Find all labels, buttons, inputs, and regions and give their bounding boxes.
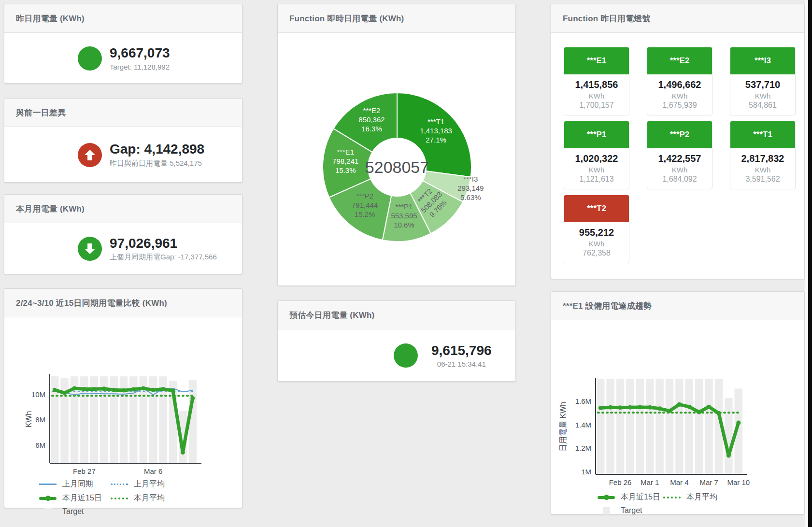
panel-15day-compare-chart: 2/24~3/10 近15日同期用電量比較 (KWh) 6M8M10MFeb 2… — [4, 288, 242, 508]
tile-status-header: ***E1 — [564, 47, 629, 74]
series-point — [62, 391, 67, 395]
legend-line-swatch — [39, 484, 57, 485]
target-bar — [685, 379, 693, 474]
panel-estimate-today: 預估今日用電量 (KWh) 9,615,796 06-21 15:34:41 — [277, 300, 516, 382]
panel-header: ***E1 設備用電達成趨勢 — [551, 292, 804, 320]
series-point — [102, 386, 106, 391]
target-bar — [626, 379, 634, 474]
legend-item[interactable]: 本月近15日 — [598, 492, 655, 502]
tile-target-value: 584,861 — [730, 101, 795, 110]
legend-target-swatch — [603, 507, 610, 514]
legend-item[interactable]: Target — [598, 506, 655, 515]
panel-e1-trend-chart: ***E1 設備用電達成趨勢 1M1.2M1.4M1.6MFeb 26Mar 1… — [551, 291, 805, 514]
series-point — [181, 450, 185, 455]
status-circle-red — [78, 143, 102, 167]
stat-row: Gap: 4,142,898 昨日與前日用電量 5,524,175 — [4, 127, 242, 183]
tile-value: 1,020,322 — [564, 153, 629, 164]
legend-item[interactable]: Target — [39, 507, 103, 516]
legend-line-swatch — [598, 496, 615, 499]
window-edge — [805, 0, 808, 527]
legend-label: 本月平均 — [134, 493, 165, 503]
legend-item[interactable]: 本月平均 — [663, 492, 721, 502]
series-point — [82, 387, 86, 391]
target-bar — [606, 379, 614, 474]
x-tick-label: Mar 4 — [670, 478, 688, 486]
legend-item[interactable]: 本月近15日 — [39, 493, 103, 503]
target-bar — [725, 398, 732, 474]
tile-target-value: 1,121,613 — [564, 175, 629, 184]
panel-title[interactable]: ***E1 設備用電達成趨勢 — [563, 300, 652, 312]
tile-target-value: 1,675,939 — [647, 101, 712, 110]
stat-subtitle: Target: 11,128,992 — [110, 63, 170, 71]
series-point — [736, 420, 741, 425]
legend-item[interactable]: 上月同期 — [39, 479, 103, 489]
panel-header: 本月用電量 (KWh) — [4, 195, 242, 223]
series-point — [112, 388, 116, 392]
panel-title[interactable]: 本月用電量 (KWh) — [16, 203, 85, 214]
panel-realtime-donut: Function 即時日用電量 (KWh) ***T11,413,18327.1… — [277, 4, 516, 286]
tile-value: 955,212 — [564, 227, 629, 238]
series-point — [707, 405, 711, 409]
x-tick-label: Feb 26 — [609, 478, 632, 486]
series-point — [161, 387, 165, 391]
legend-label: 上月平均 — [134, 479, 165, 489]
stat-row: 9,615,796 06-21 15:34:41 — [278, 329, 515, 382]
chart-legend: 本月近15日本月平均Target — [598, 492, 804, 515]
panel-header: Function 即時日用電量 (KWh) — [278, 4, 515, 33]
target-bar — [666, 379, 673, 474]
light-tile-T2: ***T2955,212KWh762,358 — [564, 195, 629, 263]
legend-line-swatch — [39, 497, 57, 500]
panel-title[interactable]: 與前一日差異 — [16, 107, 66, 118]
chart-legend: 上月同期上月平均本月近15日本月平均Target — [39, 479, 242, 516]
series-point — [628, 405, 632, 410]
panel-yesterday-lights: Function 昨日用電燈號 ***E11,415,856KWh1,700,1… — [551, 4, 805, 279]
series-point — [190, 396, 195, 400]
x-tick-label: Feb 27 — [73, 467, 96, 475]
y-axis-title: KWh — [25, 411, 33, 428]
y-tick-label: 1.6M — [575, 397, 591, 405]
trend-line-chart: 1M1.2M1.4M1.6MFeb 26Mar 1Mar 4Mar 7Mar 1… — [551, 320, 798, 490]
series-point — [727, 454, 731, 458]
series-point — [717, 411, 721, 415]
compare-line-chart: 6M8M10MFeb 27Mar 6KWh — [4, 317, 235, 477]
legend-label: 本月近15日 — [62, 493, 102, 503]
series-point — [608, 405, 613, 410]
panel-title[interactable]: 2/24~3/10 近15日同期用電量比較 (KWh) — [16, 298, 167, 309]
x-tick-label: Mar 1 — [641, 478, 659, 486]
legend-line-swatch — [663, 497, 681, 499]
tile-status-header: ***I3 — [730, 47, 795, 74]
series-point — [92, 387, 96, 391]
x-tick-label: Mar 6 — [144, 467, 162, 475]
legend-label: 本月平均 — [686, 492, 717, 502]
y-tick-label: 1M — [581, 468, 591, 476]
status-circle-green — [78, 237, 102, 261]
panel-header: 2/24~3/10 近15日同期用電量比較 (KWh) — [4, 289, 242, 317]
panel-header: Function 昨日用電燈號 — [551, 4, 804, 33]
series-point — [131, 387, 136, 392]
y-tick-label: 10M — [31, 390, 45, 399]
panel-title[interactable]: 昨日用電量 (KWh) — [16, 13, 85, 24]
panel-header: 昨日用電量 (KWh) — [4, 4, 242, 33]
y-tick-label: 1.4M — [575, 421, 591, 429]
tile-unit: KWh — [647, 92, 712, 100]
tile-value: 1,415,856 — [564, 79, 629, 90]
series-point — [638, 405, 642, 409]
x-tick-label: Mar 10 — [727, 478, 750, 486]
panel-title[interactable]: 預估今日用電量 (KWh) — [289, 310, 374, 321]
scrollbar-track[interactable] — [808, 0, 812, 527]
tile-unit: KWh — [564, 240, 629, 248]
panel-title[interactable]: Function 昨日用電燈號 — [563, 13, 650, 24]
down-arrow-icon — [83, 242, 97, 256]
tile-unit: KWh — [730, 166, 795, 174]
series-point — [668, 409, 672, 413]
panel-yesterday-usage: 昨日用電量 (KWh) 9,667,073 Target: 11,128,992 — [4, 4, 242, 84]
tile-value: 1,422,557 — [647, 153, 712, 164]
target-bar — [616, 379, 624, 474]
y-tick-label: 6M — [35, 441, 45, 449]
panel-title[interactable]: Function 即時日用電量 (KWh) — [289, 13, 404, 24]
legend-item[interactable]: 本月平均 — [111, 493, 174, 503]
series-point — [141, 386, 145, 390]
series-point — [171, 388, 175, 393]
legend-item[interactable]: 上月平均 — [111, 479, 174, 489]
light-tile-E1: ***E11,415,856KWh1,700,157 — [564, 47, 629, 115]
